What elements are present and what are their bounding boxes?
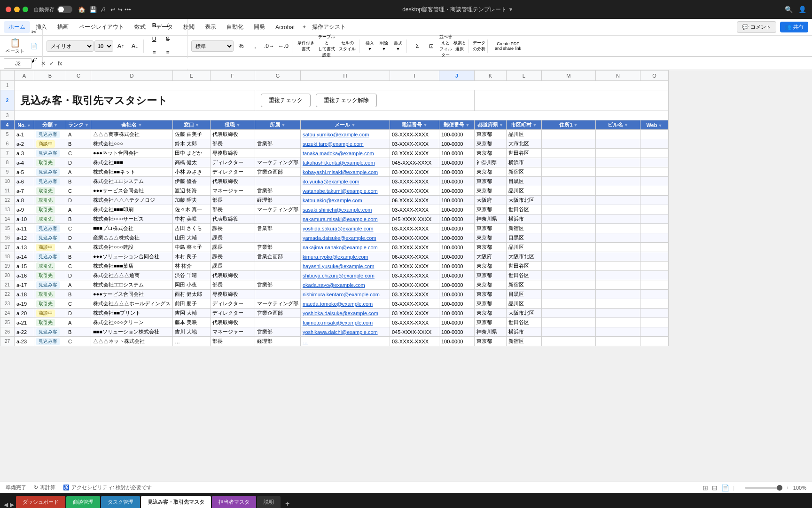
cell-phone[interactable]: 03-XXXX-XXXX	[390, 139, 439, 149]
comment-button[interactable]: 💬 コメント	[737, 21, 776, 33]
cell-zip[interactable]: 100-0000	[439, 139, 474, 149]
cell-1[interactable]	[15, 81, 669, 90]
menu-draw[interactable]: 描画	[53, 21, 73, 33]
cell-company[interactable]: 株式会社○○○	[91, 139, 172, 149]
cell-position[interactable]: 部長	[210, 139, 255, 149]
header-position[interactable]: 役職▼	[210, 120, 255, 130]
col-n[interactable]: N	[595, 71, 640, 81]
more-icon[interactable]: •••	[125, 6, 131, 13]
insert-function-icon[interactable]: fx	[57, 59, 63, 68]
filter-co-icon[interactable]: ▼	[138, 123, 142, 127]
tab-description[interactable]: 説明	[257, 496, 281, 508]
close-button[interactable]	[6, 7, 11, 12]
italic-button[interactable]: I	[161, 19, 174, 32]
cell-3[interactable]	[15, 111, 669, 120]
tab-sales[interactable]: 商談管理	[66, 496, 100, 508]
menu-view[interactable]: 表示	[200, 21, 221, 33]
cell-type[interactable]: 商談中	[34, 139, 66, 149]
decimal-increase-button[interactable]: .0→	[263, 40, 276, 53]
cell-building[interactable]	[595, 139, 640, 149]
cell-building[interactable]	[595, 130, 640, 139]
filter-mail-icon[interactable]: ▼	[351, 123, 355, 127]
filter-pref-icon[interactable]: ▼	[499, 123, 503, 127]
minimize-button[interactable]	[14, 7, 20, 12]
col-d[interactable]: D	[91, 71, 172, 81]
sort-filter-button[interactable]: 並べ替えとフィルター	[439, 40, 452, 53]
cell-contact[interactable]: 鈴木 太郎	[172, 139, 210, 149]
cell-type[interactable]: 見込み客	[34, 130, 66, 139]
cell-dept[interactable]: 営業部	[255, 139, 300, 149]
filter-rank-icon[interactable]: ▼	[85, 123, 89, 127]
zoom-out-icon[interactable]: −	[738, 485, 741, 491]
filter-ph-icon[interactable]: ▼	[423, 123, 427, 127]
cell-city[interactable]: 大市北区	[506, 139, 541, 149]
duplicate-uncheck-button[interactable]: 重複チェック解除	[316, 94, 377, 107]
header-building[interactable]: ビル名▼	[595, 120, 640, 130]
col-f[interactable]: F	[210, 71, 255, 81]
filter-zip-icon[interactable]: ▼	[465, 123, 469, 127]
underline-button[interactable]: U	[148, 32, 161, 46]
col-e[interactable]: E	[172, 71, 210, 81]
data-analyze-button[interactable]: データの分析	[472, 40, 485, 53]
font-name-select[interactable]: メイリオ	[47, 40, 94, 52]
table-format-button[interactable]: テーブルとして書式設定	[317, 40, 336, 53]
col-c[interactable]: C	[66, 71, 91, 81]
delete-button[interactable]: 削除 ▼	[377, 40, 390, 53]
align-left-button[interactable]: ≡	[148, 46, 161, 59]
find-select-button[interactable]: 検索と選択	[453, 40, 466, 53]
col-h[interactable]: H	[300, 71, 390, 81]
decimal-decrease-button[interactable]: ←.0	[277, 40, 290, 53]
strikethrough-button[interactable]: S̶	[161, 32, 174, 46]
duplicate-check-button[interactable]: 重複チェック	[261, 94, 311, 107]
zoom-slider[interactable]	[745, 487, 782, 489]
view-page-layout-icon[interactable]: 📄	[721, 484, 729, 492]
fill-button[interactable]: ⊡	[425, 40, 438, 53]
col-b[interactable]: B	[34, 71, 66, 81]
percent-button[interactable]: %	[234, 40, 248, 53]
col-a[interactable]: A	[15, 71, 34, 81]
conditional-format-button[interactable]: 条件付き書式	[296, 40, 316, 53]
font-size-select[interactable]: 10	[94, 40, 113, 52]
home-icon[interactable]: 🏠	[78, 6, 86, 13]
cancel-formula-icon[interactable]: ✕	[40, 59, 47, 68]
view-page-break-icon[interactable]: ⊟	[712, 484, 718, 492]
confirm-formula-icon[interactable]: ✓	[48, 59, 55, 68]
header-type[interactable]: 分類▼	[34, 120, 66, 130]
cut-button[interactable]: ✂	[27, 25, 40, 39]
filter-ct-icon[interactable]: ▼	[195, 123, 199, 127]
header-phone[interactable]: 電話番号▼	[390, 120, 439, 130]
cell-reference-input[interactable]	[4, 58, 32, 69]
cell-no[interactable]: a-1	[15, 130, 34, 139]
save-icon[interactable]: 💾	[89, 6, 97, 13]
header-web[interactable]: Web▼	[640, 120, 668, 130]
cell-city[interactable]: 品川区	[506, 130, 541, 139]
tab-dashboard[interactable]: ダッシュボード	[16, 496, 65, 508]
align-center-button[interactable]: ≡	[161, 46, 174, 59]
tab-nav-prev[interactable]: ◀	[4, 501, 8, 508]
filter-pos-icon[interactable]: ▼	[236, 123, 240, 127]
header-contact[interactable]: 窓口▼	[172, 120, 210, 130]
format-button[interactable]: 書式 ▼	[391, 40, 405, 53]
undo-icon[interactable]: ↩	[110, 6, 116, 13]
auto-save-toggle[interactable]	[57, 6, 72, 13]
bold-button[interactable]: B	[148, 19, 161, 32]
filter-no-icon[interactable]: ▼	[27, 123, 31, 128]
filter-city-icon[interactable]: ▼	[532, 123, 537, 127]
cell-no[interactable]: a-2	[15, 139, 34, 149]
cell-contact[interactable]: 佐藤 由美子	[172, 130, 210, 139]
number-format-select[interactable]: 標準	[191, 40, 234, 52]
paste-button[interactable]: 📋 ペースト	[6, 38, 24, 55]
col-i[interactable]: I	[390, 71, 439, 81]
col-g[interactable]: G	[255, 71, 300, 81]
cell-addr[interactable]	[541, 130, 595, 139]
cell-web[interactable]	[640, 130, 668, 139]
print-icon[interactable]: 🖨	[101, 6, 107, 13]
menu-automate[interactable]: 自動化	[222, 21, 248, 33]
header-addr[interactable]: 住所1▼	[541, 120, 595, 130]
add-sheet-button[interactable]: +	[281, 500, 293, 508]
search-icon[interactable]: 🔍	[785, 6, 793, 13]
header-email[interactable]: メール▼	[300, 120, 390, 130]
tab-contacts[interactable]: 担当者マスタ	[212, 496, 256, 508]
view-normal-icon[interactable]: ⊞	[703, 484, 708, 492]
dropdown-icon[interactable]: ▼	[508, 7, 514, 12]
